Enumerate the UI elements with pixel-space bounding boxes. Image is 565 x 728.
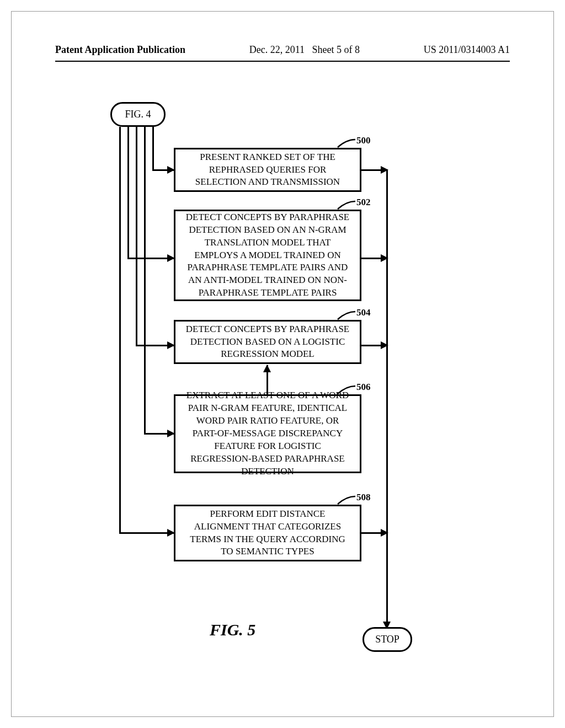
- process-box-500: PRESENT RANKED SET OF THE REPHRASED QUER…: [174, 148, 361, 192]
- flowchart-diagram: FIG. 4 PRESENT RANKED SET OF THE REPHRAS…: [0, 85, 565, 728]
- arrow-into-504: [136, 345, 174, 346]
- process-box-502: DETECT CONCEPTS BY PARAPHRASE DETECTION …: [174, 210, 361, 301]
- reference-leader-icon: [337, 138, 356, 148]
- header-publication-type: Patent Application Publication: [55, 44, 185, 56]
- header-date: Dec. 22, 2011: [249, 44, 305, 55]
- connector-line: [144, 127, 146, 435]
- reference-leader-icon: [337, 385, 356, 395]
- process-box-504: DETECT CONCEPTS BY PARAPHRASE DETECTION …: [174, 320, 361, 364]
- arrow-into-500: [152, 169, 174, 171]
- connector-line: [127, 127, 129, 259]
- process-box-500-text: PRESENT RANKED SET OF THE REPHRASED QUER…: [184, 151, 351, 189]
- start-terminal: FIG. 4: [110, 102, 166, 127]
- process-box-502-text: DETECT CONCEPTS BY PARAPHRASE DETECTION …: [184, 211, 351, 300]
- process-box-508: PERFORM EDIT DISTANCE ALIGNMENT THAT CAT…: [174, 505, 361, 561]
- stop-terminal: STOP: [363, 627, 412, 652]
- process-box-506: EXTRACT AT LEAST ONE OF A WORD PAIR N-GR…: [174, 394, 361, 473]
- header-date-sheet: Dec. 22, 2011 Sheet 5 of 8: [249, 44, 360, 56]
- reference-leader-icon: [337, 311, 356, 320]
- arrow-506-to-504: [266, 365, 268, 395]
- stop-terminal-label: STOP: [375, 634, 399, 645]
- reference-numeral-506: 506: [356, 382, 371, 393]
- arrow-out-500: [361, 169, 388, 171]
- reference-numeral-504: 504: [356, 307, 371, 318]
- header-sheet: Sheet 5 of 8: [312, 44, 360, 55]
- process-box-504-text: DETECT CONCEPTS BY PARAPHRASE DETECTION …: [184, 323, 351, 361]
- arrow-out-504: [361, 345, 388, 346]
- arrow-into-508: [119, 532, 174, 534]
- process-box-506-text: EXTRACT AT LEAST ONE OF A WORD PAIR N-GR…: [184, 389, 351, 478]
- arrow-out-508: [361, 532, 388, 534]
- figure-label: FIG. 5: [210, 620, 255, 639]
- header-rule: [55, 61, 510, 62]
- connector-line: [152, 127, 154, 171]
- page-header: Patent Application Publication Dec. 22, …: [0, 44, 565, 56]
- bus-line-to-stop: [386, 169, 388, 629]
- arrow-out-502: [361, 258, 388, 259]
- connector-line: [136, 127, 137, 346]
- reference-numeral-502: 502: [356, 197, 371, 208]
- process-box-508-text: PERFORM EDIT DISTANCE ALIGNMENT THAT CAT…: [184, 508, 351, 559]
- reference-numeral-508: 508: [356, 492, 371, 503]
- arrow-into-502: [127, 258, 174, 259]
- reference-leader-icon: [337, 495, 356, 505]
- header-pub-number: US 2011/0314003 A1: [424, 44, 510, 56]
- reference-numeral-500: 500: [356, 135, 371, 146]
- connector-line: [119, 127, 121, 534]
- arrow-into-506: [144, 433, 174, 435]
- reference-leader-icon: [337, 200, 356, 210]
- start-terminal-label: FIG. 4: [125, 109, 151, 120]
